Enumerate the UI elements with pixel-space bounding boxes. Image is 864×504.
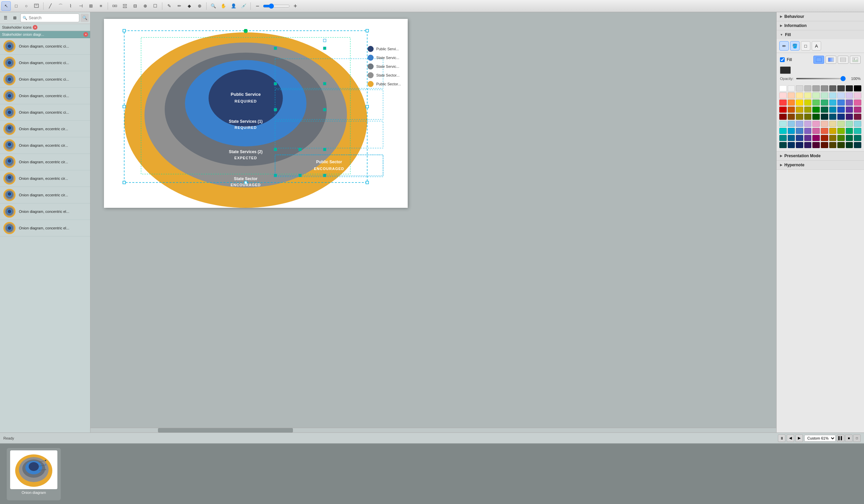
- palette-color-6-2[interactable]: [796, 128, 803, 134]
- handle-ml[interactable]: [123, 105, 125, 108]
- palette-color-5-8[interactable]: [846, 121, 853, 127]
- inner-handle4[interactable]: [274, 47, 277, 50]
- palette-color-6-5[interactable]: [821, 128, 828, 134]
- palette-color-6-6[interactable]: [829, 128, 837, 134]
- sidebar-grid-button[interactable]: ⊞: [11, 14, 19, 22]
- palette-color-8-6[interactable]: [829, 142, 837, 148]
- palette-color-2-3[interactable]: [804, 99, 812, 106]
- palette-color-8-8[interactable]: [846, 142, 853, 148]
- palette-color-7-1[interactable]: [788, 135, 795, 141]
- palette-color-1-9[interactable]: [854, 93, 861, 99]
- solid-fill-btn[interactable]: [813, 56, 824, 64]
- palette-color-5-2[interactable]: [796, 121, 803, 127]
- palette-color-8-7[interactable]: [837, 142, 845, 148]
- current-color-swatch[interactable]: [780, 66, 791, 74]
- arrange-tool[interactable]: [110, 1, 119, 11]
- pen-style-button[interactable]: ✏: [779, 41, 789, 51]
- palette-color-6-3[interactable]: [804, 128, 812, 134]
- palette-color-4-6[interactable]: [829, 114, 837, 120]
- view-btn-2[interactable]: ■: [845, 434, 853, 442]
- search-button[interactable]: 🔍: [81, 14, 89, 22]
- fill-checkbox[interactable]: [780, 57, 785, 62]
- palette-color-0-4[interactable]: [812, 85, 820, 91]
- palette-color-7-4[interactable]: [812, 135, 820, 141]
- palette-color-4-8[interactable]: [846, 114, 853, 120]
- palette-color-6-9[interactable]: [854, 128, 861, 134]
- palette-color-5-4[interactable]: [812, 121, 820, 127]
- palette-color-7-5[interactable]: [821, 135, 828, 141]
- fill-bucket-button[interactable]: 🪣: [790, 41, 800, 51]
- inner-handle1[interactable]: [323, 39, 326, 42]
- inner-handle5[interactable]: [274, 82, 277, 85]
- container-tool[interactable]: ⊞: [86, 1, 96, 11]
- palette-color-7-6[interactable]: [829, 135, 837, 141]
- palette-color-0-2[interactable]: [796, 85, 803, 91]
- palette-color-2-9[interactable]: [854, 99, 861, 106]
- view-btn-3[interactable]: □: [853, 434, 861, 442]
- swimlane-tool[interactable]: ≡: [96, 1, 106, 11]
- inner-handle7[interactable]: [274, 108, 277, 111]
- zoom-in-tool[interactable]: 🔍: [208, 1, 218, 11]
- palette-color-5-3[interactable]: [804, 121, 812, 127]
- palette-color-1-7[interactable]: [837, 93, 845, 99]
- diagram-list-item-5[interactable]: Onion diagram, eccentric cir...: [0, 121, 90, 137]
- h-scrollbar-thumb[interactable]: [158, 428, 293, 432]
- handle-tl[interactable]: [123, 29, 125, 32]
- handle-bl[interactable]: [123, 181, 125, 184]
- palette-color-1-6[interactable]: [829, 93, 837, 99]
- palette-color-8-1[interactable]: [788, 142, 795, 148]
- palette-color-6-7[interactable]: [837, 128, 845, 134]
- palette-color-8-0[interactable]: [779, 142, 787, 148]
- palette-color-3-2[interactable]: [796, 107, 803, 113]
- palette-color-0-7[interactable]: [837, 85, 845, 91]
- palette-color-0-0[interactable]: [779, 85, 787, 91]
- zoom-slider[interactable]: [263, 3, 290, 9]
- diagram-list-item-10[interactable]: Onion diagram, concentric el...: [0, 204, 90, 220]
- palette-color-3-7[interactable]: [837, 107, 845, 113]
- image-fill-btn[interactable]: [850, 56, 861, 64]
- palette-color-5-5[interactable]: [821, 121, 828, 127]
- diagram-list-item-9[interactable]: Onion diagram, eccentric cir...: [0, 187, 90, 204]
- palette-color-5-0[interactable]: [779, 121, 787, 127]
- inner-handle12[interactable]: [274, 174, 277, 177]
- palette-color-4-2[interactable]: [796, 114, 803, 120]
- palette-color-3-0[interactable]: [779, 107, 787, 113]
- diagram-list-item-6[interactable]: Onion diagram, eccentric cir...: [0, 137, 90, 154]
- diagram-list-item-4[interactable]: Onion diagram, concentric ci...: [0, 104, 90, 121]
- inner-handle8[interactable]: [323, 148, 326, 151]
- palette-color-8-4[interactable]: [812, 142, 820, 148]
- palette-color-8-9[interactable]: [854, 142, 861, 148]
- inner-handle13[interactable]: [323, 174, 326, 177]
- diagram-list-item-2[interactable]: Onion diagram, concentric ci...: [0, 71, 90, 88]
- palette-color-4-0[interactable]: [779, 114, 787, 120]
- next-page-button[interactable]: ▶: [795, 434, 803, 442]
- palette-color-7-8[interactable]: [846, 135, 853, 141]
- palette-color-4-9[interactable]: [854, 114, 861, 120]
- palette-color-1-2[interactable]: [796, 93, 803, 99]
- palette-color-1-0[interactable]: [779, 93, 787, 99]
- palette-color-2-7[interactable]: [837, 99, 845, 106]
- diagram-list-item-8[interactable]: Onion diagram, eccentric cir...: [0, 170, 90, 187]
- palette-color-3-6[interactable]: [829, 107, 837, 113]
- box-style-button[interactable]: □: [801, 41, 810, 51]
- palette-color-8-2[interactable]: [796, 142, 803, 148]
- prev-page-button[interactable]: ◀: [787, 434, 794, 442]
- palette-color-4-1[interactable]: [788, 114, 795, 120]
- information-header[interactable]: ▶ Information: [777, 21, 864, 30]
- waypoint-tool[interactable]: ◆: [184, 1, 194, 11]
- connector-tool[interactable]: ⊣: [76, 1, 85, 11]
- palette-color-3-9[interactable]: [854, 107, 861, 113]
- handle-mr[interactable]: [366, 105, 369, 108]
- breadcrumb-close2[interactable]: ✕: [83, 32, 88, 37]
- diagram-list-item-1[interactable]: Onion diagram, concentric ci...: [0, 55, 90, 71]
- sidebar-menu-button[interactable]: ☰: [1, 14, 10, 22]
- fill-header[interactable]: ▼ Fill: [777, 30, 864, 39]
- text-style-button[interactable]: A: [812, 41, 821, 51]
- handle-br[interactable]: [366, 181, 369, 184]
- palette-color-4-5[interactable]: [821, 114, 828, 120]
- inner-handle3[interactable]: [323, 82, 326, 85]
- palette-color-3-1[interactable]: [788, 107, 795, 113]
- zoom-in-button[interactable]: +: [291, 1, 300, 11]
- palette-color-8-5[interactable]: [821, 142, 828, 148]
- public-service-center[interactable]: [208, 70, 283, 127]
